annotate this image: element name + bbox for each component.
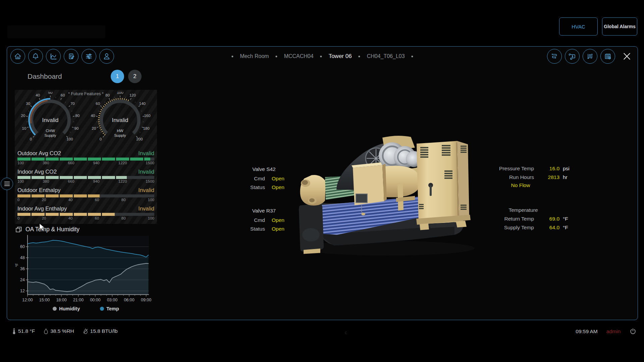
readout-label: Supply Temp (487, 225, 534, 231)
nav-bar: Mech RoomMCCACH04Tower 06CH04_T06_L03 (7, 47, 638, 66)
no-flow-alert: No Flow (487, 182, 554, 188)
svg-text:100: 100 (66, 137, 73, 141)
page-button-2[interactable]: 2 (128, 70, 142, 83)
svg-text:180: 180 (143, 126, 149, 130)
svg-text:Supply: Supply (44, 133, 56, 137)
readout-unit: °F (562, 216, 574, 222)
readout-value: 16.0 (537, 166, 559, 172)
humidity-value: 38.5 %RH (50, 328, 74, 334)
bar-track (17, 213, 154, 216)
svg-text:70: 70 (70, 102, 75, 106)
svg-text:60: 60 (61, 93, 65, 97)
enthalpy-value: 15.8 BTU/lb (90, 328, 118, 334)
center-mark: c (345, 330, 347, 335)
calendar-clock-icon (604, 52, 612, 60)
readout-label: Run Hours (487, 174, 534, 180)
svg-text:140: 140 (139, 102, 146, 106)
svg-text:20: 20 (92, 126, 96, 130)
svg-text:50: 50 (48, 92, 53, 95)
svg-text:40: 40 (91, 114, 95, 118)
logged-in-user[interactable]: admin (606, 328, 621, 335)
coil-button[interactable] (547, 49, 562, 64)
user-icon (102, 52, 111, 61)
home-button[interactable] (10, 49, 25, 64)
side-menu-tab[interactable] (1, 178, 13, 190)
temperature-header: Temperature (487, 207, 559, 213)
alarms-button[interactable] (28, 49, 43, 64)
bar-ticks: 10038066094012201500 (17, 161, 154, 165)
schedule-button[interactable] (600, 49, 615, 64)
close-button[interactable] (620, 49, 634, 64)
legend-item-humidity[interactable]: Humidity (53, 306, 80, 311)
copy-icon[interactable] (15, 226, 22, 233)
readout-label: Pressure Temp (487, 166, 534, 172)
breadcrumb-item[interactable]: CH04_T06_L03 (367, 53, 405, 59)
notes-edit-icon (67, 52, 75, 60)
breadcrumb-item[interactable]: Mech Room (240, 53, 269, 59)
bar-ticks: 10038066094012201500 (17, 179, 154, 183)
valve-status-value: Open (272, 226, 289, 232)
svg-text:48: 48 (20, 255, 25, 260)
gauge-chw-supply: 0102030405060708090100InvalidCHWSupply (15, 92, 85, 149)
page-title: Dashboard (28, 72, 62, 80)
legend-item-temp[interactable]: Temp (100, 306, 119, 311)
valve-cmd-label: Cmd (239, 176, 272, 182)
oa-temp-humidity-card: OA Temp & Humidity 122436486012:0015:001… (15, 226, 157, 311)
enthalpy-flame-icon (83, 328, 88, 334)
gauges-row: 0102030405060708090100InvalidCHWSupply02… (15, 92, 155, 149)
svg-text:°F: °F (15, 263, 19, 267)
breadcrumb-dot (231, 56, 233, 57)
legend-dot (53, 307, 57, 311)
svg-text:120: 120 (129, 93, 136, 97)
bell-icon (32, 52, 40, 60)
readout-unit: psi (562, 166, 574, 172)
readout-unit: hr (562, 174, 574, 180)
svg-text:80: 80 (75, 114, 80, 118)
breadcrumb-item[interactable]: MCCACH04 (284, 53, 314, 59)
svg-text:200: 200 (136, 137, 143, 141)
svg-text:0: 0 (100, 137, 102, 141)
svg-text:03:00: 03:00 (107, 298, 117, 302)
pipes-button[interactable] (583, 49, 597, 64)
bar-label: Indoor Avg Enthalpy (17, 205, 67, 212)
svg-text:60: 60 (96, 102, 100, 106)
valve-status-label: Status (239, 184, 272, 190)
trend-chart: 122436486012:0015:0018:0021:0000:0003:00… (15, 233, 152, 305)
energy-meter-icon (568, 52, 576, 60)
power-icon[interactable] (629, 328, 637, 335)
close-icon (623, 52, 631, 61)
hvac-button[interactable]: HVAC (559, 17, 598, 36)
valve-name: Valve R37 (239, 208, 289, 214)
bar-fill (17, 213, 115, 216)
svg-text:80: 80 (105, 93, 110, 97)
bar-fill (17, 194, 100, 197)
svg-text:15:00: 15:00 (39, 298, 50, 302)
svg-text:21:00: 21:00 (73, 298, 84, 302)
global-alarms-button[interactable]: Global Alarms (602, 17, 637, 36)
bar-indicator-row: Indoor Avg EnthalpyInvalid020406080100 (17, 205, 154, 220)
page-selector: 12 (111, 70, 142, 83)
valve-status-value: Open (272, 184, 289, 190)
settings-button[interactable] (82, 49, 96, 64)
energy-button[interactable] (565, 49, 580, 64)
environment-status: 51.8 °F 38.5 %RH 15.8 BTU/lb (12, 328, 118, 335)
breadcrumb-dot (320, 56, 322, 57)
trends-button[interactable] (46, 49, 61, 64)
trend-chart-icon (49, 52, 57, 60)
bar-indicator-row: Outdoor EnthalpyInvalid020406080100 (17, 187, 154, 202)
breadcrumb-item[interactable]: Tower 06 (329, 53, 352, 60)
thermometer-icon (12, 328, 16, 335)
svg-text:40: 40 (36, 93, 40, 97)
bar-label: Indoor Avg CO2 (17, 169, 57, 175)
page-button-1[interactable]: 1 (111, 70, 124, 83)
svg-text:HW: HW (117, 129, 123, 133)
logs-button[interactable] (64, 49, 78, 64)
svg-text:160: 160 (144, 114, 150, 118)
chart-title: OA Temp & Humidity (25, 226, 79, 233)
svg-text:24: 24 (20, 278, 25, 282)
bar-track (17, 194, 154, 197)
session-status: 09:59 AM admin (576, 328, 637, 335)
svg-text:18:00: 18:00 (56, 298, 66, 302)
chiller-3d-image (297, 133, 483, 259)
user-button[interactable] (99, 49, 114, 64)
